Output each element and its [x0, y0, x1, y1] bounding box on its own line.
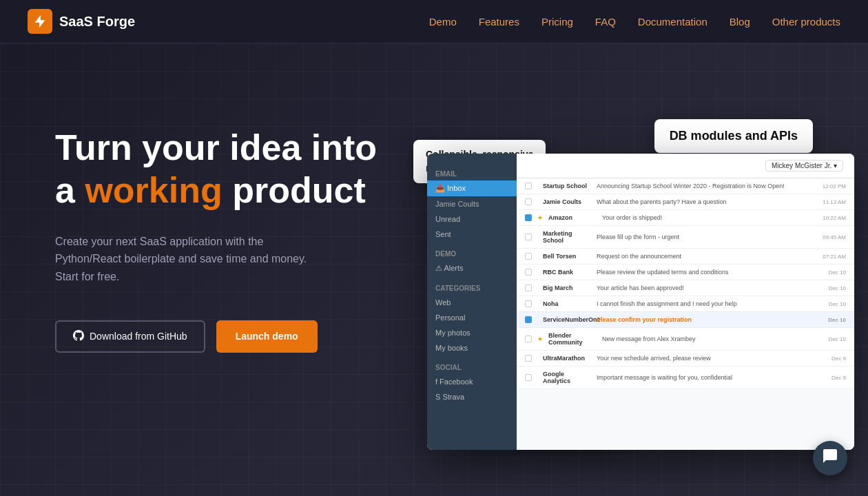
mock-sidebar-item-inbox[interactable]: 📥 Inbox — [427, 180, 517, 196]
mock-checkbox[interactable] — [525, 300, 532, 307]
hero-left: Turn your idea into a working product Cr… — [55, 99, 386, 353]
nav-link-pricing[interactable]: Pricing — [541, 16, 573, 28]
mock-checkbox[interactable] — [525, 316, 532, 323]
brand: SaaS Forge — [28, 9, 135, 34]
mock-user-select[interactable]: Mickey McGister Jr. ▾ — [765, 160, 843, 172]
mock-checkbox[interactable] — [525, 198, 532, 205]
table-row: Noha I cannot finish the assignment and … — [517, 296, 854, 312]
mock-sidebar-section-social: Social — [427, 361, 517, 374]
brand-name: SaaS Forge — [59, 14, 135, 30]
github-icon — [73, 330, 84, 343]
table-row: Big March Your article has been approved… — [517, 280, 854, 296]
table-row: Startup School Announcing Startup School… — [517, 178, 854, 194]
mock-sidebar-item-books[interactable]: My books — [427, 340, 517, 355]
mock-checkbox[interactable] — [525, 374, 532, 381]
table-row: Google Analytics Important message is wa… — [517, 366, 854, 389]
mock-checkbox[interactable] — [525, 355, 532, 362]
star-icon[interactable]: ★ — [537, 214, 543, 221]
table-row: Jamie Coults What about the parents part… — [517, 194, 854, 210]
app-mockup: Email 📥 Inbox Jamie Coults Unread Sent D… — [427, 154, 854, 450]
annotation-db: DB modules and APIs — [654, 119, 813, 153]
mock-sidebar-item-sent[interactable]: Sent — [427, 227, 517, 242]
mock-sidebar-section-categories: Categories — [427, 282, 517, 295]
table-row: UltraMarathon Your new schedule arrived,… — [517, 351, 854, 366]
mock-main: Mickey McGister Jr. ▾ Startup School Ann… — [517, 154, 854, 450]
mock-checkbox[interactable] — [525, 253, 532, 260]
mock-sidebar-item-personal[interactable]: Personal — [427, 310, 517, 325]
svg-marker-0 — [35, 15, 45, 28]
navbar: SaaS Forge Demo Features Pricing FAQ Doc… — [0, 0, 868, 43]
mock-sidebar-item-jamie[interactable]: Jamie Coults — [427, 196, 517, 211]
nav-link-faq[interactable]: FAQ — [595, 16, 616, 28]
chat-icon — [822, 448, 838, 468]
mock-sidebar-item-photos[interactable]: My photos — [427, 325, 517, 340]
mock-sidebar-item-strava[interactable]: S Strava — [427, 389, 517, 404]
brand-logo — [28, 9, 52, 34]
mock-email-list: Startup School Announcing Startup School… — [517, 178, 854, 389]
mock-checkbox[interactable] — [525, 183, 532, 189]
mock-checkbox[interactable] — [525, 335, 532, 342]
table-row: ServiceNumberOne Please confirm your reg… — [517, 312, 854, 328]
mock-sidebar-item-facebook[interactable]: f Facebook — [427, 374, 517, 389]
hero-section: Turn your idea into a working product Cr… — [0, 43, 868, 496]
nav-link-features[interactable]: Features — [479, 16, 519, 28]
hero-buttons: Download from GitHub Launch demo — [55, 320, 386, 353]
table-row: ★ Amazon Your order is shipped! 10:22 AM — [517, 210, 854, 226]
chat-button[interactable] — [813, 441, 847, 475]
mock-checkbox[interactable] — [525, 269, 532, 276]
nav-link-demo[interactable]: Demo — [429, 16, 457, 28]
mock-sidebar: Email 📥 Inbox Jamie Coults Unread Sent D… — [427, 154, 517, 450]
launch-demo-button[interactable]: Launch demo — [216, 320, 318, 353]
mock-sidebar-section-demo: Demo — [427, 247, 517, 260]
mock-sidebar-item-unread[interactable]: Unread — [427, 211, 517, 227]
mock-sidebar-item-alerts[interactable]: ⚠ Alerts — [427, 260, 517, 276]
hero-title-part3: product — [223, 170, 366, 210]
nav-links: Demo Features Pricing FAQ Documentation … — [429, 16, 840, 28]
hero-right: DB modules and APIs Collapsible, respons… — [386, 99, 827, 468]
nav-link-blog[interactable]: Blog — [730, 16, 750, 28]
hero-title: Turn your idea into a working product — [55, 126, 386, 212]
mock-checkbox[interactable] — [525, 214, 532, 221]
table-row: RBC Bank Please review the updated terms… — [517, 265, 854, 280]
hero-title-highlight: working — [85, 170, 222, 210]
nav-link-documentation[interactable]: Documentation — [638, 16, 707, 28]
mock-sidebar-item-web[interactable]: Web — [427, 295, 517, 310]
hero-title-part1: Turn your idea into — [55, 127, 377, 167]
github-button-label: Download from GitHub — [90, 331, 187, 342]
table-row: ★ Blender Community New message from Ale… — [517, 328, 854, 351]
mock-sidebar-section-email: Email — [427, 167, 517, 180]
hero-title-part2: a — [55, 170, 85, 210]
table-row: Bell Torsen Request on the announcement … — [517, 249, 854, 265]
star-icon[interactable]: ★ — [537, 335, 543, 342]
nav-link-other-products[interactable]: Other products — [772, 16, 840, 28]
mock-checkbox[interactable] — [525, 285, 532, 291]
github-button[interactable]: Download from GitHub — [55, 320, 205, 353]
mock-checkbox[interactable] — [525, 234, 532, 240]
table-row: Marketing School Please fill up the form… — [517, 226, 854, 249]
mock-topbar: Mickey McGister Jr. ▾ — [517, 154, 854, 178]
hero-description: Create your next SaaS application with t… — [55, 233, 331, 286]
